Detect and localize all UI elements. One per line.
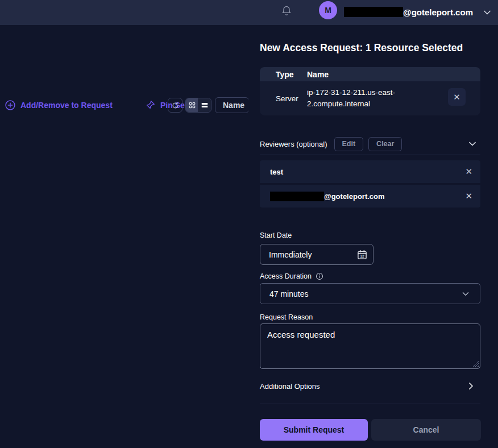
- email-domain: @goteleport.com: [403, 7, 473, 17]
- redacted-username: [344, 7, 403, 17]
- access-duration-value: 47 minutes: [269, 289, 308, 298]
- reviewers-label: Reviewers (optional): [260, 140, 327, 148]
- list-item: test ✕: [260, 160, 480, 183]
- reviewers-collapse-chevron-down-icon[interactable]: [467, 138, 478, 150]
- refresh-icon: [171, 101, 180, 110]
- reviewer-name: @goteleport.com: [324, 192, 385, 201]
- column-header-name: Name: [307, 70, 329, 79]
- add-remove-label: Add/Remove to Request: [20, 101, 113, 110]
- remove-reviewer-button[interactable]: ✕: [465, 191, 472, 201]
- sort-by-name-button[interactable]: Name: [215, 97, 249, 113]
- cancel-button[interactable]: Cancel: [371, 419, 481, 441]
- resource-type-cell: Server: [260, 94, 307, 103]
- divider: [260, 155, 480, 155]
- list-view-icon: [201, 101, 209, 109]
- user-menu-chevron-down-icon[interactable]: [482, 7, 493, 18]
- grid-view-icon: [188, 101, 196, 109]
- start-date-label: Start Date: [260, 231, 292, 239]
- remove-reviewer-button[interactable]: ✕: [465, 167, 472, 177]
- close-icon: ✕: [465, 167, 472, 176]
- view-mode-toggle: [185, 98, 211, 113]
- access-duration-label: Access Duration: [260, 272, 312, 280]
- calendar-icon[interactable]: 12: [356, 249, 368, 260]
- resources-toolbar: Add/Remove to Request Pin Selected Name: [0, 96, 248, 115]
- table-row: Server ip-172-31-12-211.us-east-2.comput…: [260, 81, 480, 115]
- avatar[interactable]: M: [319, 1, 337, 19]
- additional-options-toggle[interactable]: Additional Options: [260, 381, 480, 391]
- add-remove-to-request-button[interactable]: Add/Remove to Request: [5, 99, 113, 111]
- selected-resources-table: Type Name Server ip-172-31-12-211.us-eas…: [260, 67, 480, 115]
- column-header-type: Type: [260, 70, 307, 79]
- reviewer-list: test ✕ @goteleport.com ✕: [260, 160, 480, 208]
- table-header-row: Type Name: [260, 67, 480, 81]
- notifications-bell-icon[interactable]: [281, 5, 292, 17]
- action-buttons: Submit Request Cancel: [260, 419, 481, 441]
- chevron-down-icon: [460, 289, 471, 299]
- user-email[interactable]: @goteleport.com: [344, 5, 473, 19]
- reviewers-header: Reviewers (optional) Edit Clear: [260, 136, 480, 151]
- access-duration-select[interactable]: 47 minutes: [260, 283, 480, 304]
- clear-reviewers-button[interactable]: Clear: [368, 137, 402, 151]
- refresh-button[interactable]: [168, 98, 182, 113]
- access-duration-label-row: Access Duration: [260, 272, 323, 280]
- additional-options-label: Additional Options: [260, 382, 320, 391]
- resource-name-cell: ip-172-31-12-211.us-east-2.compute.inter…: [307, 87, 397, 110]
- submit-request-button[interactable]: Submit Request: [260, 419, 368, 441]
- reviewer-name: test: [270, 168, 283, 176]
- edit-reviewers-button[interactable]: Edit: [334, 137, 364, 151]
- close-icon: ✕: [453, 92, 460, 102]
- grid-view-button[interactable]: [186, 98, 198, 112]
- close-icon: ✕: [465, 191, 472, 201]
- circle-plus-icon: [5, 99, 16, 111]
- request-reason-textarea[interactable]: Access requested: [260, 323, 480, 369]
- divider: [260, 404, 480, 404]
- remove-resource-button[interactable]: ✕: [448, 88, 466, 106]
- chevron-right-icon: [466, 381, 476, 391]
- info-icon[interactable]: [316, 272, 323, 280]
- list-view-button[interactable]: [198, 98, 211, 112]
- pin-icon: [145, 99, 156, 110]
- request-reason-wrap: Access requested: [260, 323, 480, 369]
- new-access-request-panel: New Access Request: 1 Resource Selected …: [248, 25, 498, 448]
- redacted-username: [270, 192, 324, 201]
- topbar: M @goteleport.com: [0, 0, 498, 25]
- list-item: @goteleport.com ✕: [260, 185, 480, 208]
- svg-text:12: 12: [360, 254, 364, 258]
- page-title: New Access Request: 1 Resource Selected: [260, 42, 463, 54]
- request-reason-label: Request Reason: [260, 313, 313, 321]
